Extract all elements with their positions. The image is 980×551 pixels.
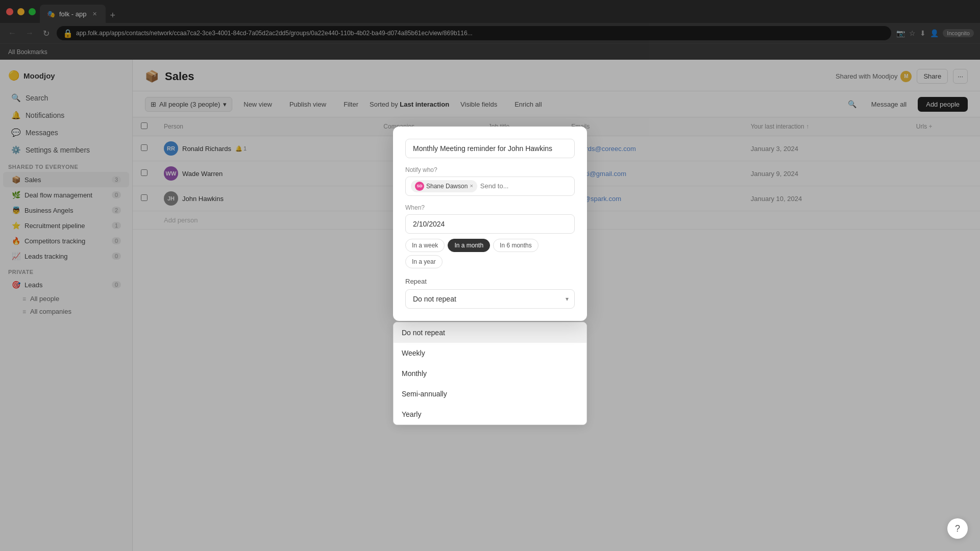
help-icon: ?: [955, 523, 960, 534]
dropdown-item-yearly[interactable]: Yearly: [394, 404, 586, 424]
in-a-year-btn[interactable]: In a year: [405, 255, 443, 268]
notify-person-name: Shane Dawson: [426, 183, 468, 190]
repeat-select[interactable]: Do not repeat Weekly Monthly Semi-annual…: [405, 289, 575, 309]
quick-dates: In a week In a month In 6 months In a ye…: [405, 239, 575, 268]
notify-tag: SD Shane Dawson ×: [411, 180, 477, 192]
dropdown-item-do-not-repeat[interactable]: Do not repeat: [394, 322, 586, 343]
in-6-months-btn[interactable]: In 6 months: [493, 239, 538, 252]
modal-wrapper: Notify who? SD Shane Dawson × When? In a…: [393, 127, 587, 425]
in-a-month-btn[interactable]: In a month: [448, 239, 490, 252]
date-input[interactable]: [405, 214, 575, 234]
notify-send-to-input[interactable]: [480, 182, 569, 190]
repeat-label: Repeat: [405, 278, 575, 285]
when-label: When?: [405, 204, 575, 211]
repeat-dropdown: Do not repeat Weekly Monthly Semi-annual…: [393, 322, 587, 425]
notify-label: Notify who?: [405, 166, 575, 173]
dropdown-item-monthly[interactable]: Monthly: [394, 363, 586, 384]
in-a-week-btn[interactable]: In a week: [405, 239, 445, 252]
dropdown-item-semi-annually[interactable]: Semi-annually: [394, 384, 586, 404]
tag-remove-btn[interactable]: ×: [470, 183, 473, 189]
help-button[interactable]: ?: [947, 518, 968, 539]
dropdown-item-weekly[interactable]: Weekly: [394, 343, 586, 363]
repeat-select-wrapper: Do not repeat Weekly Monthly Semi-annual…: [405, 289, 575, 309]
tag-avatar: SD: [415, 182, 424, 191]
notify-field: SD Shane Dawson ×: [405, 177, 575, 196]
modal-overlay[interactable]: Notify who? SD Shane Dawson × When? In a…: [0, 0, 980, 551]
reminder-title-input[interactable]: [405, 139, 575, 158]
reminder-modal: Notify who? SD Shane Dawson × When? In a…: [393, 127, 587, 321]
